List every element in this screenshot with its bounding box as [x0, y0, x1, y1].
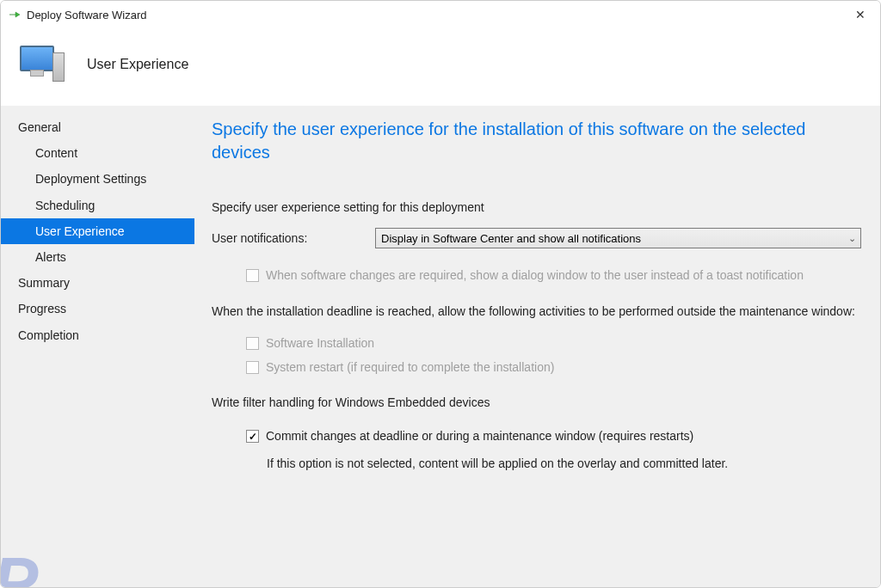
- write-filter-heading: Write filter handling for Windows Embedd…: [212, 395, 861, 409]
- system-restart-checkbox-row: System restart (if required to complete …: [246, 359, 861, 375]
- close-button[interactable]: ✕: [847, 8, 873, 21]
- sidebar-item-alerts[interactable]: Alerts: [1, 244, 194, 270]
- software-installation-checkbox-row: Software Installation: [246, 335, 861, 351]
- chevron-down-icon: ⌄: [848, 233, 856, 244]
- sidebar-item-scheduling[interactable]: Scheduling: [1, 193, 194, 218]
- user-notifications-row: User notifications: Display in Software …: [212, 228, 861, 248]
- dialog-window-checkbox-row: When software changes are required, show…: [246, 267, 861, 283]
- sidebar-item-progress[interactable]: Progress: [1, 296, 194, 322]
- commit-changes-checkbox[interactable]: [246, 430, 259, 443]
- commit-changes-checkbox-row: Commit changes at deadline or during a m…: [246, 428, 861, 444]
- system-restart-checkbox: [246, 361, 259, 374]
- commit-changes-note: If this option is not selected, content …: [267, 456, 861, 470]
- dialog-window-checkbox-label: When software changes are required, show…: [266, 267, 804, 283]
- system-restart-label: System restart (if required to complete …: [266, 359, 554, 375]
- header-band: User Experience: [1, 28, 880, 106]
- title-bar: Deploy Software Wizard ✕: [1, 1, 880, 28]
- sidebar-item-user-experience[interactable]: User Experience: [1, 218, 194, 244]
- body-area: General Content Deployment Settings Sche…: [1, 106, 880, 588]
- page-title: User Experience: [87, 57, 188, 72]
- main-heading: Specify the user experience for the inst…: [212, 118, 861, 164]
- software-installation-checkbox: [246, 337, 259, 350]
- dialog-window-checkbox: [246, 269, 259, 282]
- deadline-paragraph: When the installation deadline is reache…: [212, 303, 861, 320]
- sidebar-item-completion[interactable]: Completion: [1, 322, 194, 348]
- computer-wizard-icon: [18, 44, 66, 85]
- sidebar-item-general[interactable]: General: [1, 114, 194, 140]
- user-notifications-value: Display in Software Center and show all …: [381, 232, 641, 245]
- sidebar-item-content[interactable]: Content: [1, 140, 194, 166]
- wizard-sidebar: General Content Deployment Settings Sche…: [1, 106, 194, 588]
- subheading: Specify user experience setting for this…: [212, 200, 861, 214]
- main-pane: Specify the user experience for the inst…: [194, 106, 880, 588]
- commit-changes-label: Commit changes at deadline or during a m…: [266, 428, 693, 444]
- software-installation-label: Software Installation: [266, 335, 374, 351]
- wizard-arrow-icon: [8, 8, 22, 21]
- sidebar-item-summary[interactable]: Summary: [1, 270, 194, 296]
- sidebar-item-deployment-settings[interactable]: Deployment Settings: [1, 166, 194, 192]
- user-notifications-label: User notifications:: [212, 231, 375, 245]
- user-notifications-select[interactable]: Display in Software Center and show all …: [375, 228, 861, 248]
- window-title: Deploy Software Wizard: [27, 9, 146, 21]
